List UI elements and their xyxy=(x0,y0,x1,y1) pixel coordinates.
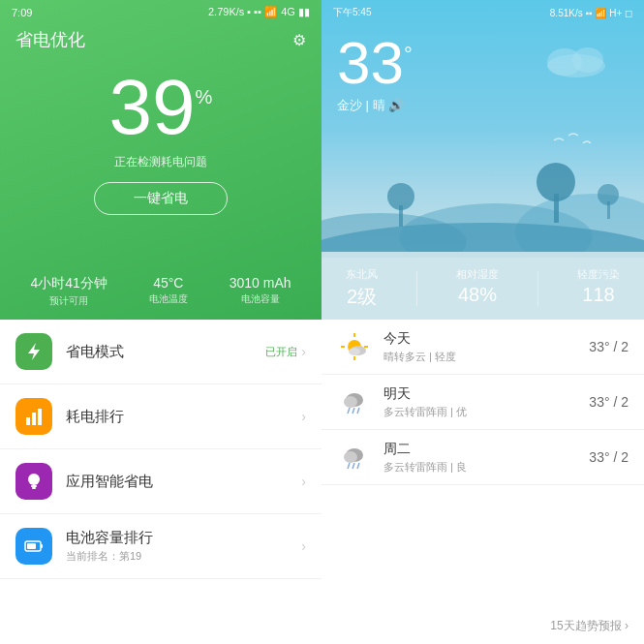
air-quality-info: 轻度污染 118 xyxy=(577,267,620,310)
right-network: 8.51K/s ▪▪ 📶 H+ ◻ xyxy=(550,8,632,18)
svg-line-39 xyxy=(357,463,359,469)
weather-list: 今天 晴转多云 | 轻度 33° / 2 明天 多云转雷阵雨 | 优 33° / xyxy=(322,320,644,644)
today-desc: 晴转多云 | 轻度 xyxy=(383,350,589,364)
air-label: 轻度污染 xyxy=(577,267,620,282)
weather-temp-area: 33° 金沙 | 晴 🔊 xyxy=(322,25,644,122)
svg-point-29 xyxy=(349,348,360,355)
svg-point-36 xyxy=(344,451,357,463)
svg-point-31 xyxy=(344,396,357,408)
right-time: 下午5:45 xyxy=(333,6,371,19)
weather-temperature: 33° xyxy=(337,33,629,93)
right-status-bar: 下午5:45 8.51K/s ▪▪ 📶 H+ ◻ xyxy=(322,0,644,25)
svg-rect-18 xyxy=(31,485,37,487)
battery-title: 省电优化 xyxy=(15,28,85,51)
svg-rect-16 xyxy=(38,409,42,425)
weather-day-tomorrow[interactable]: 明天 多云转雷阵雨 | 优 33° / 2 xyxy=(322,375,644,430)
dayafter-temp: 33° / 2 xyxy=(589,449,629,465)
svg-point-5 xyxy=(537,163,575,201)
today-weather-icon xyxy=(337,329,372,364)
power-save-title: 省电模式 xyxy=(66,343,265,361)
power-ranking-text: 耗电排行 xyxy=(66,408,301,426)
battery-ranking-title: 电池容量排行 xyxy=(66,529,301,547)
dayafter-weather-icon xyxy=(337,440,372,475)
stat-capacity-value: 3010 mAh xyxy=(230,275,291,291)
svg-rect-19 xyxy=(32,487,36,489)
battery-ranking-subtitle: 当前排名：第19 xyxy=(66,549,301,564)
divider-1 xyxy=(416,271,417,306)
battery-percentage: 39 xyxy=(109,69,196,146)
power-save-badge: 已开启 xyxy=(265,345,297,359)
tomorrow-temp: 33° / 2 xyxy=(589,394,629,410)
scanning-text: 正在检测耗电问题 xyxy=(0,154,322,170)
weather-day-today[interactable]: 今天 晴转多云 | 轻度 33° / 2 xyxy=(322,320,644,375)
svg-line-34 xyxy=(357,408,359,414)
menu-item-smart-save[interactable]: 应用智能省电 › xyxy=(0,449,322,514)
weather-location: 金沙 | 晴 🔊 xyxy=(337,97,629,114)
tomorrow-weather-icon xyxy=(337,384,372,419)
menu-item-battery-ranking[interactable]: 电池容量排行 当前排名：第19 › xyxy=(0,514,322,579)
stat-temp-label: 电池温度 xyxy=(149,292,188,306)
chevron-icon-1: › xyxy=(301,409,306,424)
smart-save-title: 应用智能省电 xyxy=(66,473,301,491)
menu-item-power-save[interactable]: 省电模式 已开启 › xyxy=(0,320,322,384)
svg-line-37 xyxy=(348,463,350,469)
battery-icon xyxy=(23,536,45,557)
svg-point-17 xyxy=(28,474,40,485)
tomorrow-title: 明天 xyxy=(383,385,589,403)
today-temp: 33° / 2 xyxy=(589,339,629,354)
humidity-value: 48% xyxy=(456,284,499,306)
stat-temp: 45°C 电池温度 xyxy=(149,275,188,308)
speaker-icon: 🔊 xyxy=(388,98,404,112)
tomorrow-text: 明天 多云转雷阵雨 | 优 xyxy=(383,385,589,419)
wind-info: 东北风 2级 xyxy=(346,267,378,310)
wind-value: 2级 xyxy=(346,284,378,310)
air-value: 118 xyxy=(577,284,620,306)
dayafter-desc: 多云转雷阵雨 | 良 xyxy=(383,460,589,475)
stat-time: 4小时41分钟 预计可用 xyxy=(30,275,107,308)
humidity-info: 相对湿度 48% xyxy=(456,267,499,310)
battery-stats: 4小时41分钟 预计可用 45°C 电池温度 3010 mAh 电池容量 xyxy=(0,265,322,320)
svg-marker-13 xyxy=(28,343,40,360)
bar-chart-icon xyxy=(23,406,45,427)
stat-time-label: 预计可用 xyxy=(30,294,107,308)
weather-info-bar: 东北风 2级 相对湿度 48% 轻度污染 118 xyxy=(322,258,644,320)
landscape-decoration xyxy=(322,126,644,252)
gear-icon[interactable]: ⚙ xyxy=(292,31,306,49)
svg-point-7 xyxy=(387,183,414,210)
dayafter-title: 周二 xyxy=(383,441,589,458)
stat-temp-value: 45°C xyxy=(149,275,188,291)
smart-save-text: 应用智能省电 xyxy=(66,473,301,491)
svg-line-33 xyxy=(353,408,354,414)
svg-rect-21 xyxy=(41,544,43,548)
menu-item-power-ranking[interactable]: 耗电排行 › xyxy=(0,384,322,449)
bolt-icon xyxy=(23,341,45,362)
svg-line-32 xyxy=(348,408,350,414)
battery-percent-unit: % xyxy=(196,86,213,108)
svg-rect-14 xyxy=(26,417,30,425)
today-text: 今天 晴转多云 | 轻度 xyxy=(383,330,589,364)
left-title-bar: 省电优化 ⚙ xyxy=(0,24,322,59)
weather-day-day-after[interactable]: 周二 多云转雷阵雨 | 良 33° / 2 xyxy=(322,430,644,485)
svg-rect-15 xyxy=(32,413,36,425)
smart-save-right: › xyxy=(301,474,306,489)
power-save-right: 已开启 › xyxy=(265,344,306,359)
chevron-icon-3: › xyxy=(301,538,306,554)
wind-label: 东北风 xyxy=(346,267,378,282)
power-ranking-title: 耗电排行 xyxy=(66,408,301,426)
stat-capacity: 3010 mAh 电池容量 xyxy=(230,275,291,308)
battery-ranking-right: › xyxy=(301,538,306,554)
power-save-text: 省电模式 xyxy=(66,343,265,361)
one-key-save-button[interactable]: 一键省电 xyxy=(94,182,228,215)
chevron-icon-2: › xyxy=(301,474,306,489)
left-network: 2.79K/s ▪ ▪▪ 📶 4G ▮▮ xyxy=(208,6,310,18)
power-save-icon-box xyxy=(15,333,52,370)
chevron-icon-0: › xyxy=(301,344,306,359)
bulb-icon xyxy=(23,471,45,492)
battery-ranking-text: 电池容量排行 当前排名：第19 xyxy=(66,529,301,564)
divider-2 xyxy=(537,271,538,306)
power-ranking-icon-box xyxy=(15,398,52,435)
left-time: 7:09 xyxy=(12,7,32,18)
battery-ranking-icon-box xyxy=(15,528,52,565)
forecast-link[interactable]: 15天趋势预报 › xyxy=(322,608,644,644)
today-title: 今天 xyxy=(383,330,589,348)
